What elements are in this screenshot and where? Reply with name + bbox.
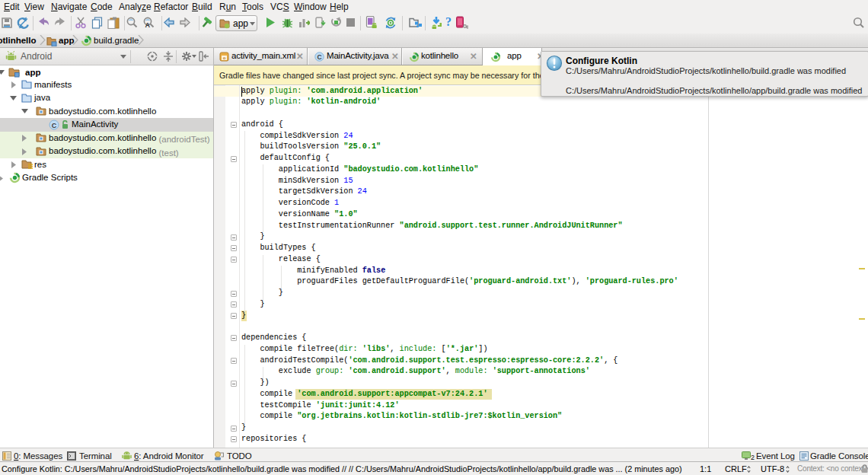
svg-text:A: A — [145, 21, 150, 29]
svg-text:o: o — [223, 56, 226, 61]
svg-text:C: C — [317, 53, 321, 61]
svg-text:C: C — [52, 121, 57, 129]
